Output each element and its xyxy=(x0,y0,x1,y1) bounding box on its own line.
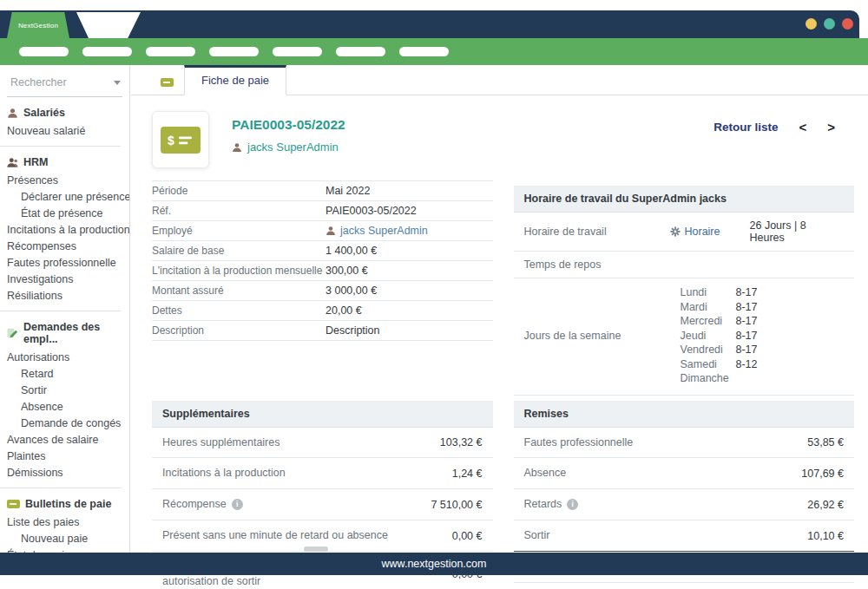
week-days-list: Lundi 8-17 Mardi 8-17 Mercredi 8-17 Je xyxy=(681,285,758,386)
sidebar-item-liste-des-paies[interactable]: Liste des paies xyxy=(0,514,129,530)
day-name: Vendredi xyxy=(681,343,736,357)
panel-title: Remises xyxy=(514,401,855,428)
row-label: Incitations à la production xyxy=(162,466,286,481)
search-input[interactable] xyxy=(9,75,106,89)
money-card-icon: $ xyxy=(161,127,201,154)
row-value: 53,85 € xyxy=(807,436,844,448)
sidebar-section-hrm[interactable]: HRM xyxy=(0,153,129,172)
content-columns: Période Mai 2022 Réf. PAIE0003-05/2022 E… xyxy=(152,180,854,589)
sidebar-item-fautes-professionnelle[interactable]: Fautes professionnelle xyxy=(0,254,129,271)
user-icon xyxy=(232,142,242,153)
divider xyxy=(0,146,121,147)
sidebar-item-absence[interactable]: Absence xyxy=(0,398,129,415)
nav-pill[interactable] xyxy=(209,47,259,56)
employee-link[interactable]: jacks SuperAdmin xyxy=(232,141,345,154)
sidebar-item-autorisations[interactable]: Autorisations xyxy=(0,349,129,365)
day-name: Mardi xyxy=(681,300,736,315)
sidebar-item-incitations-production[interactable]: Incitations à la production xyxy=(0,221,129,238)
sidebar-item-demissions[interactable]: Démissions xyxy=(0,464,129,481)
table-row: Salaire de base 1 400,00 € xyxy=(152,241,493,261)
row-label: Présent sans une minute de retard ou abs… xyxy=(162,528,388,543)
schedule-label: Horaire de travail xyxy=(524,226,670,238)
nav-pill[interactable] xyxy=(336,47,385,56)
row-value: 0,00 € xyxy=(452,530,483,542)
row-label-text: Récompense xyxy=(162,497,227,512)
horaire-link-label: Horaire xyxy=(685,226,720,238)
nav-pill[interactable] xyxy=(146,47,195,56)
sidebar-section-label: Demandes des empl... xyxy=(23,321,122,345)
search-box[interactable] xyxy=(7,72,122,97)
day-hours: 8-17 xyxy=(736,300,758,315)
sidebar-item-declarer-une-presence[interactable]: Déclarer une présence xyxy=(0,188,129,205)
nav-pill[interactable] xyxy=(399,47,449,56)
row-label: Heures supplémentaires xyxy=(162,435,280,450)
day-name: Lundi xyxy=(681,285,736,300)
info-icon[interactable]: i xyxy=(232,499,243,510)
info-icon[interactable]: i xyxy=(567,499,578,510)
day-hours: 8-12 xyxy=(736,357,758,372)
sidebar-item-plaintes[interactable]: Plaintes xyxy=(0,448,129,464)
maximize-dot-icon[interactable] xyxy=(824,18,835,29)
brand-tab: NextGestion xyxy=(7,12,69,38)
day-row: Vendredi 8-17 xyxy=(681,343,758,357)
row-value: 103,32 € xyxy=(440,436,483,448)
payslip-icon xyxy=(7,500,20,508)
table-row: Absence 107,69 € xyxy=(514,458,855,489)
table-row: Dettes 20,00 € xyxy=(152,301,493,321)
week-days-row: Jours de la semaine Lundi 8-17 Mardi 8-1… xyxy=(514,278,855,396)
sidebar-section-bulletins[interactable]: Bulletins de paie xyxy=(0,494,129,514)
prev-record-button[interactable]: < xyxy=(799,120,806,134)
minimize-dot-icon[interactable] xyxy=(806,18,817,29)
detail-label: Dettes xyxy=(152,304,326,317)
day-row: Dimanche xyxy=(681,371,758,386)
sidebar-item-sortir[interactable]: Sortir xyxy=(0,382,129,398)
horizontal-scrollbar-thumb[interactable] xyxy=(304,546,328,552)
sidebar-section-label: HRM xyxy=(23,156,48,168)
sidebar-item-recompenses[interactable]: Récompenses xyxy=(0,238,129,254)
sidebar-item-investigations[interactable]: Investigations xyxy=(0,271,129,287)
payslip-header: $ PAIE0003-05/2022 jacks SuperAdmin Reto… xyxy=(152,111,854,168)
sidebar-item-retard[interactable]: Retard xyxy=(0,365,129,382)
detail-value: 3 000,00 € xyxy=(326,285,377,297)
sidebar-item-presences[interactable]: Présences xyxy=(0,172,129,188)
panel-title: Supplémentaires xyxy=(152,401,493,428)
nav-pill[interactable] xyxy=(19,47,69,56)
row-label: Récompense i xyxy=(162,497,243,512)
detail-label: Salaire de base xyxy=(152,245,326,257)
nav-pill[interactable] xyxy=(273,47,322,56)
main-content: Fiche de paie $ PAIE0003-05/2022 jacks S… xyxy=(131,65,868,553)
sidebar-section-label: Salariés xyxy=(23,107,65,119)
detail-label: Description xyxy=(152,324,326,337)
sidebar-item-etat-des-paies[interactable]: État des paies xyxy=(0,546,129,553)
row-label: Retards i xyxy=(524,497,579,512)
next-record-button[interactable]: > xyxy=(827,120,835,134)
close-dot-icon[interactable] xyxy=(842,18,853,29)
table-row: L'incitation à la production mensuelle 3… xyxy=(152,261,493,281)
detail-value: Mai 2022 xyxy=(326,185,370,197)
back-to-list-link[interactable]: Retour liste xyxy=(713,121,778,134)
tab-fiche-de-paie[interactable]: Fiche de paie xyxy=(184,65,286,95)
row-value: 107,69 € xyxy=(801,468,844,480)
row-label: Absence xyxy=(524,466,567,481)
detail-label: Réf. xyxy=(152,205,326,217)
sidebar-item-etat-de-presence[interactable]: État de présence xyxy=(0,205,129,221)
footer-url: www.nextgestion.com xyxy=(382,558,487,570)
svg-text:$: $ xyxy=(168,134,174,147)
sidebar-section-label: Bulletins de paie xyxy=(25,498,111,510)
table-row: Fautes professionnelle 53,85 € xyxy=(514,428,855,459)
sidebar-item-avances-de-salaire[interactable]: Avances de salaire xyxy=(0,431,129,448)
sidebar-section-demandes[interactable]: Demandes des empl... xyxy=(0,317,129,349)
day-row: Jeudi 8-17 xyxy=(681,329,758,344)
sidebar-item-resiliations[interactable]: Résiliations xyxy=(0,287,129,304)
chevron-down-icon[interactable] xyxy=(114,81,121,85)
day-row: Samedi 8-12 xyxy=(681,357,758,372)
day-hours: 8-17 xyxy=(736,329,758,344)
sidebar-item-demande-de-conges[interactable]: Demande de congés xyxy=(0,415,129,431)
row-value: 10,10 € xyxy=(807,530,844,542)
employee-link[interactable]: jacks SuperAdmin xyxy=(326,225,428,237)
nav-pill[interactable] xyxy=(82,47,132,56)
sidebar-item-nouveau-salarie[interactable]: Nouveau salarié xyxy=(0,122,129,139)
horaire-link[interactable]: Horaire xyxy=(670,226,750,238)
sidebar-section-salaries[interactable]: Salariés xyxy=(0,103,129,122)
sidebar-item-nouveau-paie[interactable]: Nouveau paie xyxy=(0,530,129,546)
